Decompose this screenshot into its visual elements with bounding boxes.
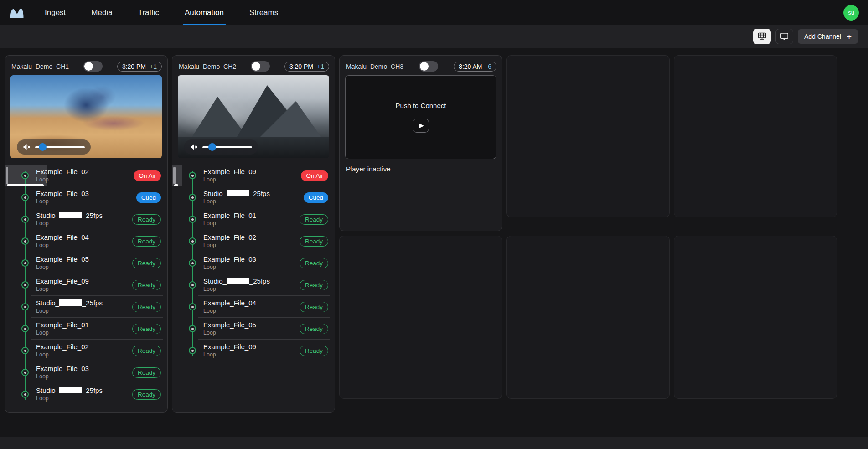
row-text: Example_File_05Loop — [203, 321, 256, 336]
row-text: Example_File_09Loop — [203, 168, 256, 183]
single-monitor-button[interactable] — [775, 29, 793, 44]
clip-loop-label: Loop — [36, 308, 103, 314]
status-badge: Ready — [132, 324, 161, 334]
volume-slider[interactable] — [202, 146, 252, 148]
row-status-dot — [189, 172, 196, 179]
playlist: Example_File_09LoopOn AirStudio__25fpsLo… — [172, 165, 335, 361]
user-avatar[interactable]: su — [843, 5, 859, 21]
channel-title: Makalu_Demo_CH1 — [11, 63, 69, 70]
nav-item-automation[interactable]: Automation — [185, 0, 224, 25]
status-badge: Ready — [300, 302, 328, 312]
row-text: Studio__25fpsLoop — [203, 190, 270, 205]
row-drag-handle[interactable] — [173, 167, 176, 184]
status-badge: Ready — [132, 367, 161, 378]
clip-title: Studio__25fps — [203, 277, 270, 285]
multiview-grid-icon — [758, 32, 766, 41]
makalu-logo[interactable] — [9, 5, 25, 20]
push-to-connect-label: Push to Connect — [396, 102, 446, 109]
nav-item-streams[interactable]: Streams — [249, 0, 278, 25]
row-status-dot — [189, 303, 196, 310]
row-status-dot — [21, 369, 29, 376]
playlist-row[interactable]: Example_File_04LoopReady — [172, 296, 335, 318]
playlist-row[interactable]: Example_File_03LoopReady — [172, 252, 335, 274]
clip-title-prefix: Studio_ — [36, 212, 59, 219]
mountain-logo-icon — [9, 5, 25, 20]
channel-title: Makalu_Demo_CH2 — [179, 63, 236, 70]
row-text: Studio__25fpsLoop — [36, 212, 103, 227]
volume-knob[interactable] — [39, 143, 46, 151]
status-badge: Cued — [304, 192, 328, 203]
playlist-row[interactable]: Example_File_09LoopReady — [172, 340, 335, 361]
clip-title-prefix: Studio_ — [203, 190, 227, 197]
clip-title: Example_File_02 — [36, 168, 89, 175]
playlist-row[interactable]: Example_File_04LoopReady — [5, 230, 167, 252]
playlist-row[interactable]: Example_File_05LoopReady — [5, 252, 167, 274]
channel-power-toggle[interactable] — [251, 61, 270, 72]
playlist-row[interactable]: Example_File_09LoopReady — [5, 274, 167, 296]
clip-loop-label: Loop — [203, 330, 256, 336]
clip-loop-label: Loop — [36, 330, 89, 336]
playlist-row[interactable]: Example_File_02LoopReady — [5, 340, 167, 361]
channel-time: 3:20 PM — [289, 63, 313, 70]
playlist-row[interactable]: Example_File_02LoopReady — [172, 230, 335, 252]
row-status-dot — [189, 281, 196, 289]
multiview-layout-button[interactable] — [753, 29, 771, 44]
row-status-dot — [21, 347, 29, 354]
row-status-dot — [21, 259, 29, 267]
clip-loop-label: Loop — [36, 198, 89, 205]
nav-item-traffic[interactable]: Traffic — [138, 0, 159, 25]
row-status-dot — [189, 259, 196, 267]
clip-loop-label: Loop — [203, 198, 270, 205]
row-drag-handle[interactable] — [6, 167, 8, 184]
playlist-row[interactable]: Example_File_03LoopReady — [5, 361, 167, 383]
playlist-row[interactable]: Example_File_01LoopReady — [5, 318, 167, 340]
playlist-row[interactable]: Example_File_01LoopReady — [172, 208, 335, 230]
volume-slider[interactable] — [35, 146, 85, 148]
empty-channel-slot — [674, 55, 837, 217]
channel-header: Makalu_Demo_CH23:20 PM+1 — [172, 56, 335, 73]
empty-channel-slot — [674, 236, 837, 399]
nav-item-ingest[interactable]: Ingest — [45, 0, 66, 25]
status-badge: Ready — [132, 258, 161, 268]
channel-power-toggle[interactable] — [419, 61, 438, 72]
clip-title: Example_File_03 — [36, 190, 89, 197]
playlist-row[interactable]: Studio__25fpsLoopReady — [172, 274, 335, 296]
add-channel-button[interactable]: Add Channel + — [798, 29, 858, 44]
playback-progress-bar — [7, 184, 44, 186]
channel-column — [506, 55, 670, 399]
redacted-text — [59, 212, 82, 218]
playlist-row[interactable]: Studio__25fpsLoopCued — [172, 186, 335, 208]
play-button[interactable] — [413, 119, 429, 133]
clip-loop-label: Loop — [36, 176, 89, 183]
row-text: Example_File_03Loop — [203, 255, 256, 271]
clip-title-suffix: _25fps — [82, 299, 103, 307]
clip-title: Example_File_09 — [203, 168, 256, 175]
volume-knob[interactable] — [208, 143, 216, 151]
playlist-row[interactable]: Studio__25fpsLoopReady — [5, 296, 167, 318]
playlist-row[interactable]: Example_File_03LoopCued — [5, 186, 167, 208]
clip-title: Studio__25fps — [36, 299, 103, 307]
playlist-row[interactable]: Example_File_05LoopReady — [172, 318, 335, 340]
clip-title: Example_File_03 — [203, 255, 256, 263]
channel-power-toggle[interactable] — [83, 61, 103, 72]
clip-loop-label: Loop — [203, 308, 256, 314]
playlist-row[interactable]: Studio__25fpsLoopReady — [5, 383, 167, 405]
status-badge: Ready — [132, 302, 161, 312]
mute-speaker-icon[interactable] — [190, 144, 198, 150]
push-to-connect-area[interactable]: Push to Connect — [345, 75, 496, 159]
primary-nav-items: IngestMediaTrafficAutomationStreams — [45, 0, 278, 25]
footer-bar — [0, 437, 868, 449]
nav-item-media[interactable]: Media — [91, 0, 112, 25]
playlist-row[interactable]: Example_File_02LoopOn Air — [5, 165, 167, 186]
channel-column: Makalu_Demo_CH23:20 PM+1Example_File_09L… — [172, 55, 335, 413]
playlist-row[interactable]: Studio__25fpsLoopReady — [5, 208, 167, 230]
row-text: Example_File_03Loop — [36, 365, 89, 380]
mute-speaker-icon[interactable] — [23, 144, 31, 150]
row-status-dot — [21, 281, 29, 289]
redacted-text — [227, 278, 249, 284]
playlist-row[interactable]: Example_File_09LoopOn Air — [172, 165, 335, 186]
clip-loop-label: Loop — [203, 220, 256, 227]
row-text: Example_File_04Loop — [36, 233, 89, 249]
add-channel-label: Add Channel — [804, 33, 841, 40]
volume-control — [184, 139, 258, 155]
